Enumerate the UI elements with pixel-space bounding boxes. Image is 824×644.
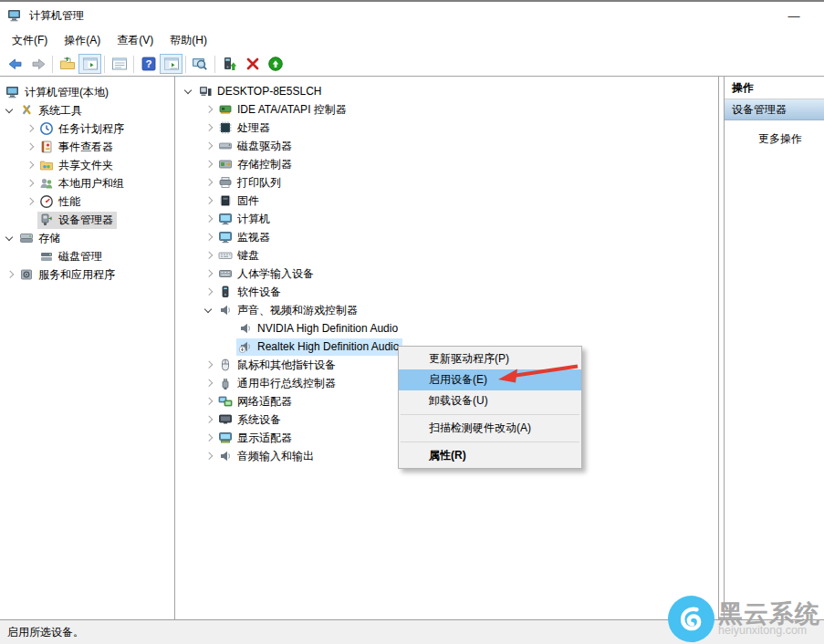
expander-collapsed-icon[interactable] — [203, 121, 216, 135]
tree-item[interactable]: IDE ATA/ATAPI 控制器 — [175, 100, 718, 119]
actions-section-device-manager[interactable]: 设备管理器 — [725, 99, 824, 120]
export-list-button[interactable] — [189, 54, 212, 74]
tree-item[interactable]: 人体学输入设备 — [175, 265, 718, 283]
tree-item-content[interactable]: 显示适配器 — [216, 430, 296, 447]
context-menu-item[interactable]: 属性(R) — [399, 445, 581, 466]
tree-item-content[interactable]: 服务和应用程序 — [17, 266, 119, 284]
tree-item-content[interactable]: 共享文件夹 — [37, 157, 117, 174]
tree-item-content[interactable]: 设备管理器 — [37, 212, 117, 229]
tree-item-content[interactable]: 本地用户和组 — [37, 175, 128, 192]
tree-item-content[interactable]: NVIDIA High Definition Audio — [236, 320, 402, 338]
tree-item-content[interactable]: 处理器 — [216, 119, 274, 137]
forward-button[interactable] — [26, 54, 49, 74]
expander-collapsed-icon[interactable] — [203, 450, 216, 463]
tree-item[interactable]: 存储 — [0, 229, 174, 247]
tree-item-content[interactable]: 系统工具 — [17, 102, 86, 119]
expander-collapsed-icon[interactable] — [203, 286, 216, 299]
tree-item[interactable]: 监视器 — [175, 228, 718, 246]
tree-item[interactable]: 声音、视频和游戏控制器 — [175, 301, 718, 319]
tree-item[interactable]: DESKTOP-8E5SLCH — [175, 82, 718, 100]
tree-item-content[interactable]: 声音、视频和游戏控制器 — [216, 302, 361, 319]
tree-item-content[interactable]: 计算机 — [216, 211, 274, 228]
context-menu-item[interactable]: 卸载设备(U) — [399, 390, 581, 411]
menu-help[interactable]: 帮助(H) — [162, 30, 215, 51]
expander-expanded-icon[interactable] — [4, 232, 17, 245]
tree-item[interactable]: 磁盘驱动器 — [175, 137, 718, 155]
expander-collapsed-icon[interactable] — [203, 103, 216, 117]
show-hide-panel-button[interactable] — [160, 54, 183, 74]
tree-item[interactable]: 服务和应用程序 — [0, 265, 174, 284]
tree-item-content[interactable]: 事件查看器 — [37, 139, 117, 156]
menu-file[interactable]: 文件(F) — [4, 30, 56, 51]
properties-button[interactable] — [108, 54, 130, 74]
minimize-button[interactable]: — — [778, 5, 809, 26]
tree-item[interactable]: 计算机 — [175, 210, 718, 228]
expander-expanded-icon[interactable] — [4, 104, 17, 118]
menu-action[interactable]: 操作(A) — [56, 30, 109, 51]
tree-item-content[interactable]: DESKTOP-8E5SLCH — [196, 83, 326, 100]
tree-item[interactable]: 软件设备 — [175, 283, 718, 301]
tree-item[interactable]: 打印队列 — [175, 173, 718, 192]
tree-item[interactable]: 计算机管理(本地) — [0, 83, 174, 101]
expander-collapsed-icon[interactable] — [203, 358, 216, 372]
tree-item-content[interactable]: 键盘 — [216, 247, 263, 265]
expander-collapsed-icon[interactable] — [203, 158, 216, 171]
tree-item-content[interactable]: 存储 — [17, 230, 64, 247]
expander-collapsed-icon[interactable] — [24, 177, 37, 191]
tree-item-content[interactable]: 打印队列 — [216, 174, 285, 192]
update-driver-button[interactable] — [264, 54, 287, 74]
tree-item-content[interactable]: 鼠标和其他指针设备 — [216, 357, 339, 374]
tree-item-content[interactable]: 性能 — [37, 193, 84, 211]
tree-item-content[interactable]: 网络适配器 — [216, 393, 296, 410]
tree-item-content[interactable]: 磁盘管理 — [37, 248, 106, 265]
tree-item[interactable]: 处理器 — [175, 119, 718, 137]
tree-item-content[interactable]: 任务计划程序 — [37, 120, 128, 138]
expander-collapsed-icon[interactable] — [4, 268, 17, 282]
tree-item-content[interactable]: 监视器 — [216, 229, 274, 246]
tree-item-content[interactable]: Realtek High Definition Audio — [236, 338, 402, 356]
tree-item[interactable]: 共享文件夹 — [0, 156, 174, 174]
tree-item[interactable]: 系统工具 — [0, 101, 174, 119]
expander-collapsed-icon[interactable] — [203, 431, 216, 445]
tree-item-content[interactable]: 通用串行总线控制器 — [216, 375, 339, 392]
tree-item[interactable]: 事件查看器 — [0, 138, 174, 156]
back-button[interactable] — [4, 54, 26, 74]
tree-item[interactable]: 本地用户和组 — [0, 174, 174, 192]
tree-item[interactable]: 存储控制器 — [175, 155, 718, 173]
tree-item[interactable]: 性能 — [0, 192, 174, 211]
expander-expanded-icon[interactable] — [203, 304, 216, 317]
tree-item-content[interactable]: 人体学输入设备 — [216, 265, 318, 283]
tree-item-content[interactable]: 固件 — [216, 192, 263, 210]
tree-item[interactable]: 任务计划程序 — [0, 119, 174, 138]
expander-collapsed-icon[interactable] — [203, 395, 216, 409]
tree-item-content[interactable]: 系统设备 — [216, 411, 285, 429]
uninstall-device-button[interactable] — [241, 54, 264, 74]
expander-expanded-icon[interactable] — [183, 85, 196, 99]
expander-collapsed-icon[interactable] — [24, 159, 37, 172]
expander-collapsed-icon[interactable] — [203, 231, 216, 244]
console-tree-toggle-button[interactable] — [78, 54, 101, 74]
enable-device-button[interactable] — [218, 54, 241, 74]
expander-collapsed-icon[interactable] — [203, 213, 216, 226]
tree-item-content[interactable]: 音频输入和输出 — [216, 448, 318, 465]
expander-collapsed-icon[interactable] — [203, 413, 216, 427]
tree-item[interactable]: 磁盘管理 — [0, 247, 174, 265]
expander-collapsed-icon[interactable] — [24, 195, 37, 209]
expander-collapsed-icon[interactable] — [203, 249, 216, 263]
menu-view[interactable]: 查看(V) — [109, 30, 162, 51]
context-menu-item[interactable]: 扫描检测硬件改动(A) — [399, 418, 581, 439]
tree-item[interactable]: 键盘 — [175, 246, 718, 265]
export-folder-button[interactable] — [56, 54, 78, 74]
tree-item-content[interactable]: 存储控制器 — [216, 156, 296, 173]
more-actions-button[interactable]: 更多操作 — [725, 129, 824, 149]
tree-item[interactable]: NVIDIA High Definition Audio — [175, 319, 718, 338]
expander-collapsed-icon[interactable] — [203, 176, 216, 190]
expander-collapsed-icon[interactable] — [24, 140, 37, 154]
help-button[interactable]: ? — [137, 54, 160, 74]
expander-collapsed-icon[interactable] — [24, 122, 37, 136]
expander-collapsed-icon[interactable] — [203, 267, 216, 281]
tree-item-content[interactable]: 磁盘驱动器 — [216, 138, 296, 155]
expander-collapsed-icon[interactable] — [203, 140, 216, 153]
tree-item[interactable]: 设备管理器 — [0, 211, 174, 229]
expander-collapsed-icon[interactable] — [203, 377, 216, 390]
